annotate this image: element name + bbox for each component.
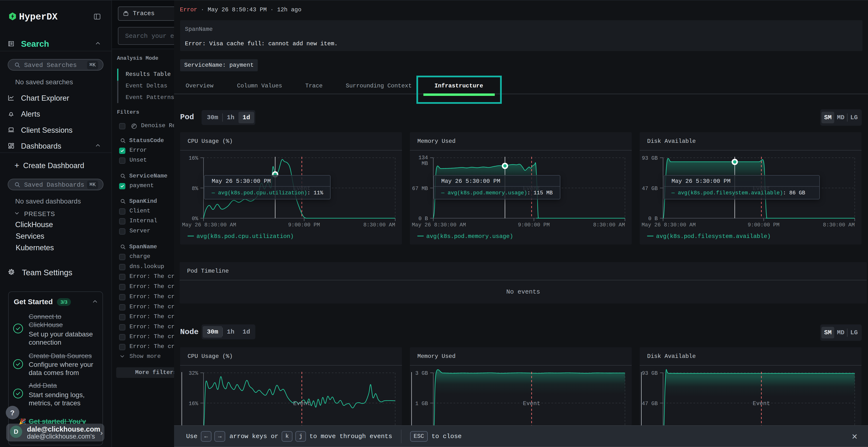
svg-text:0%: 0% — [192, 216, 198, 222]
svg-text:Event: Event — [293, 400, 311, 407]
svg-text:Event: Event — [523, 400, 540, 407]
svg-text:8:30:00 AM: 8:30:00 AM — [823, 222, 855, 228]
svg-text:93 GB: 93 GB — [642, 370, 658, 376]
svg-text:0 B: 0 B — [648, 216, 658, 222]
svg-text:16%: 16% — [189, 156, 198, 161]
svg-text:1 GB: 1 GB — [415, 401, 428, 407]
svg-text:May 26 8:30:00 AM: May 26 8:30:00 AM — [412, 222, 466, 228]
svg-text:3 GB: 3 GB — [415, 370, 428, 376]
svg-text:May 26 8:30:00 AM: May 26 8:30:00 AM — [642, 222, 695, 228]
svg-text:MB: MB — [422, 161, 428, 167]
svg-text:32%: 32% — [189, 370, 198, 376]
svg-text:9:00:00 PM: 9:00:00 PM — [748, 222, 779, 228]
svg-text:47 GB: 47 GB — [642, 401, 658, 407]
svg-text:Event: Event — [753, 400, 770, 407]
svg-text:8:30:00 AM: 8:30:00 AM — [363, 222, 395, 228]
svg-text:8%: 8% — [192, 186, 198, 192]
svg-text:0 B: 0 B — [418, 216, 428, 222]
svg-text:8:30:00 AM: 8:30:00 AM — [593, 222, 625, 228]
svg-text:avg(k8s.pod.memory.usage): avg(k8s.pod.memory.usage) — [426, 233, 513, 240]
svg-text:9:00:00 PM: 9:00:00 PM — [518, 222, 550, 228]
svg-text:avg(k8s.pod.filesystem.availab: avg(k8s.pod.filesystem.available) — [656, 233, 771, 240]
svg-text:47 GB: 47 GB — [642, 186, 658, 192]
svg-text:134: 134 — [418, 155, 428, 161]
svg-text:9:00:00 PM: 9:00:00 PM — [288, 222, 320, 228]
svg-text:avg(k8s.pod.cpu.utilization): avg(k8s.pod.cpu.utilization) — [196, 233, 294, 240]
svg-text:93 GB: 93 GB — [642, 156, 658, 161]
svg-text:May 26 8:30:00 AM: May 26 8:30:00 AM — [182, 222, 236, 228]
svg-text:16%: 16% — [189, 401, 198, 407]
svg-text:67 MB: 67 MB — [412, 186, 428, 192]
